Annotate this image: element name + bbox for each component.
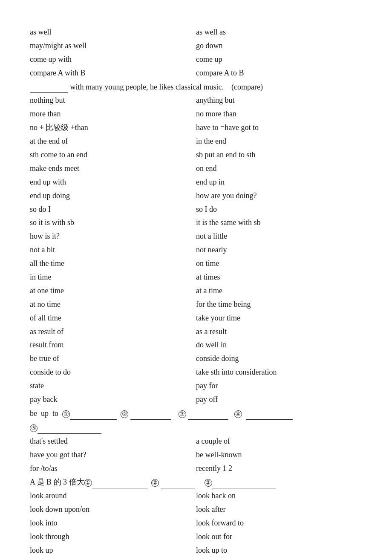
table-row: at one time at a time [30, 284, 362, 298]
phrase-left: compare A with B [30, 66, 196, 80]
compare-sentence-row: with many young people, he likes classic… [30, 80, 362, 94]
phrase-right: so I do [196, 203, 362, 216]
a-b-line: A 是 B 的 3 倍大① ② ③ [30, 475, 362, 489]
table-row: in time at times [30, 271, 362, 284]
phrase-left: how is it? [30, 230, 196, 243]
phrase-left: all the time [30, 257, 196, 271]
table-row: at the end of in the end [30, 135, 362, 148]
circle-2: ② [121, 410, 128, 418]
phrase-left: end up doing [30, 189, 196, 203]
phrase-left: have you got that? [30, 448, 196, 462]
phrase-left: no + 比较级 +than [30, 121, 196, 135]
table-row: end up doing how are you doing? [30, 189, 362, 203]
phrase-left: more than [30, 107, 196, 121]
table-row: not a bit not nearly [30, 243, 362, 257]
phrase-left: as well [30, 26, 196, 39]
table-row: look down upon/on look after [30, 503, 362, 516]
table-row: how is it? not a little [30, 230, 362, 243]
compare-sentence: with many young people, he likes classic… [30, 80, 362, 94]
phrase-right: on time [196, 257, 362, 271]
phrase-right: at a time [196, 284, 362, 298]
phrase-right: anything but [196, 94, 362, 107]
table-row: more than no more than [30, 107, 362, 121]
table-row: sth come to an end sb put an end to sth [30, 148, 362, 162]
phrase-right: pay off [196, 393, 362, 407]
phrase-right: take your time [196, 312, 362, 325]
phrase-left: conside to do [30, 366, 196, 379]
phrase-right: in the end [196, 135, 362, 148]
phrase-right: have to =have got to [196, 121, 362, 135]
a-b-row: A 是 B 的 3 倍大① ② ③ [30, 475, 362, 489]
circle-a1: ① [84, 479, 92, 487]
phrase-right: pay for [196, 379, 362, 393]
phrase-left: look down upon/on [30, 503, 196, 516]
circle-3: ③ [179, 410, 186, 418]
phrase-left: for /to/as [30, 462, 196, 476]
table-row: for /to/as recently 1 2 [30, 462, 362, 476]
phrase-left: at one time [30, 284, 196, 298]
phrase-left: may/might as well [30, 39, 196, 53]
phrase-right: for the time being [196, 298, 362, 312]
phrase-left: pay back [30, 393, 196, 407]
circle5-line: ⑤ [30, 421, 362, 435]
phrase-right: come up [196, 53, 362, 66]
phrase-left: at the end of [30, 135, 196, 148]
circle5-row: ⑤ [30, 421, 362, 435]
phrase-right: look out for [196, 530, 362, 544]
phrases-table: as well as well as may/might as well go … [30, 26, 362, 554]
phrase-left: of all time [30, 312, 196, 325]
phrase-left: make ends meet [30, 162, 196, 176]
phrase-right: look after [196, 503, 362, 516]
table-row: look through look out for [30, 530, 362, 544]
table-row: nothing but anything but [30, 94, 362, 107]
phrase-right: not a little [196, 230, 362, 243]
phrase-right: go down [196, 39, 362, 53]
phrase-left: look around [30, 489, 196, 503]
circle-4: ④ [234, 410, 242, 418]
circle-5: ⑤ [30, 424, 37, 432]
phrase-left: in time [30, 271, 196, 284]
phrase-left: state [30, 379, 196, 393]
phrase-right: as a result [196, 325, 362, 339]
table-row: make ends meet on end [30, 162, 362, 176]
phrase-left: result from [30, 338, 196, 352]
circle-1: ① [62, 410, 70, 418]
table-row: as well as well as [30, 26, 362, 39]
phrase-right: recently 1 2 [196, 462, 362, 476]
table-row: all the time on time [30, 257, 362, 271]
table-row: result from do well in [30, 338, 362, 352]
table-row: compare A with B compare A to B [30, 66, 362, 80]
table-row: look up look up to [30, 544, 362, 554]
table-row: as result of as a result [30, 325, 362, 339]
phrase-left: so it is with sb [30, 216, 196, 230]
phrase-left: end up with [30, 176, 196, 189]
table-row: come up with come up [30, 53, 362, 66]
phrase-right: how are you doing? [196, 189, 362, 203]
be-up-to-line: be up to ① ② ③ ④ [30, 407, 362, 421]
phrase-left: that's settled [30, 435, 196, 448]
phrase-left: so do I [30, 203, 196, 216]
table-row: look into look forward to [30, 516, 362, 530]
phrase-right: at times [196, 271, 362, 284]
table-row: at no time for the time being [30, 298, 362, 312]
phrase-left: as result of [30, 325, 196, 339]
phrase-left: look into [30, 516, 196, 530]
circle-a2: ② [151, 479, 159, 487]
phrase-right: not nearly [196, 243, 362, 257]
phrase-right: look forward to [196, 516, 362, 530]
table-row: of all time take your time [30, 312, 362, 325]
phrase-right: a couple of [196, 435, 362, 448]
phrase-right: take sth into consideration [196, 366, 362, 379]
table-row: that's settled a couple of [30, 435, 362, 448]
phrase-left: sth come to an end [30, 148, 196, 162]
phrase-left: at no time [30, 298, 196, 312]
table-row: no + 比较级 +than have to =have got to [30, 121, 362, 135]
phrase-right: compare A to B [196, 66, 362, 80]
table-row: be true of conside doing [30, 352, 362, 366]
phrase-right: look up to [196, 544, 362, 554]
phrase-right: be well-known [196, 448, 362, 462]
phrase-left: look up [30, 544, 196, 554]
phrase-right: as well as [196, 26, 362, 39]
table-row: have you got that? be well-known [30, 448, 362, 462]
table-row: end up with end up in [30, 176, 362, 189]
